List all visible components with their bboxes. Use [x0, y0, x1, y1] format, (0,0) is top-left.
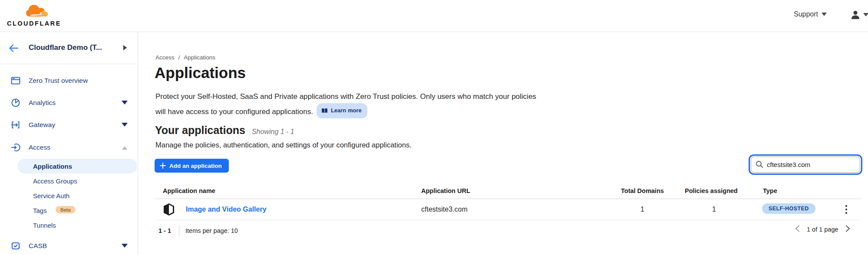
support-label: Support [794, 10, 818, 18]
user-icon [850, 10, 861, 20]
overview-icon [11, 76, 20, 85]
user-menu[interactable] [850, 10, 868, 20]
cloudflare-cloud-icon [25, 3, 50, 20]
table-header-row: Application name Application URL Total D… [155, 186, 861, 199]
sidebar-item-label: Gateway [29, 121, 55, 129]
sidebar-item-tunnels[interactable]: Tunnels [0, 218, 137, 232]
sidebar-item-access[interactable]: Access [0, 139, 137, 156]
page-title: Applications [155, 64, 246, 82]
applications-table: Application name Application URL Total D… [155, 186, 861, 220]
chevron-down-icon [122, 101, 128, 105]
zero-trust-dashboard: CLOUDFLARE Support Cloudflare Demo (T... [0, 0, 868, 255]
breadcrumb-applications[interactable]: Applications [184, 54, 215, 61]
breadcrumb-separator: / [178, 54, 180, 61]
section-title: Your applications [155, 124, 245, 137]
chevron-down-icon [122, 123, 128, 127]
sidebar-item-gateway[interactable]: Gateway [0, 116, 137, 134]
account-switcher[interactable]: Cloudflare Demo (T... [0, 32, 138, 64]
chevron-right-icon [123, 45, 127, 50]
chevron-right-icon [845, 225, 851, 232]
section-description: Manage the policies, authentication, and… [155, 141, 412, 149]
column-type: Type [763, 187, 777, 194]
column-total-domains: Total Domains [621, 187, 664, 194]
learn-more-label: Learn more [331, 104, 362, 117]
breadcrumb-access[interactable]: Access [155, 54, 175, 61]
next-page-button[interactable] [845, 224, 851, 234]
sidebar: Cloudflare Demo (T... Zero Trust overvie… [0, 32, 138, 255]
page-indicator: 1 of 1 page [807, 226, 838, 233]
gateway-icon [11, 120, 20, 130]
page-description: Protect your Self-Hosted, SaaS and Priva… [155, 90, 538, 118]
search-input[interactable] [751, 157, 860, 173]
search-box [751, 157, 860, 173]
chevron-left-icon [795, 225, 800, 232]
table-row: Image and Video Gallery cftestsite3.com … [155, 199, 861, 220]
access-icon [11, 143, 20, 152]
application-cube-icon [163, 203, 175, 216]
application-url: cftestsite3.com [421, 206, 468, 213]
plus-icon [160, 163, 166, 169]
chevron-down-icon [863, 13, 868, 16]
search-icon [756, 160, 763, 168]
sidebar-item-label: Access [29, 144, 50, 151]
section-header: Your applications Showing 1 - 1 [155, 124, 294, 137]
add-application-button[interactable]: Add an application [155, 159, 229, 173]
back-arrow-icon[interactable] [7, 42, 20, 55]
sidebar-item-applications[interactable]: Applications [17, 159, 137, 173]
learn-more-button[interactable]: Learn more [317, 103, 367, 118]
breadcrumb: Access / Applications [155, 54, 215, 61]
analytics-pie-icon [11, 98, 20, 108]
showing-count: Showing 1 - 1 [252, 128, 294, 136]
column-application-name: Application name [163, 187, 215, 194]
sidebar-item-label: Applications [33, 163, 72, 170]
main-content: Access / Applications Applications Prote… [138, 32, 868, 255]
column-policies-assigned: Policies assigned [685, 187, 738, 194]
pagination-left: 1 - 1 Items per page: 10 [158, 225, 238, 236]
pagination-divider [179, 225, 179, 236]
chevron-down-icon [122, 244, 128, 248]
sidebar-item-label: Tunnels [33, 222, 56, 229]
pagination-range: 1 - 1 [158, 227, 171, 234]
sidebar-item-service-auth[interactable]: Service Auth [0, 188, 137, 203]
cloudflare-wordmark: CLOUDFLARE [7, 20, 61, 27]
add-application-label: Add an application [169, 163, 222, 169]
row-actions-kebab-button[interactable] [841, 203, 852, 216]
support-menu[interactable]: Support [794, 10, 827, 18]
sidebar-item-access-groups[interactable]: Access Groups [0, 173, 137, 188]
column-application-url: Application URL [421, 187, 470, 194]
sidebar-item-label: Analytics [29, 99, 56, 107]
policies-assigned-value: 1 [712, 206, 716, 213]
topbar: CLOUDFLARE Support [0, 0, 868, 32]
sidebar-item-label: CASB [29, 242, 47, 250]
sidebar-item-label: Tags [33, 207, 47, 214]
beta-badge: Beta [56, 206, 76, 213]
type-badge: SELF-HOSTED [762, 203, 815, 214]
sidebar-item-casb[interactable]: CASB [0, 237, 137, 255]
sidebar-item-label: Service Auth [33, 192, 69, 199]
sidebar-item-label: Zero Trust overview [29, 77, 88, 85]
items-per-page: Items per page: 10 [185, 227, 238, 234]
book-icon [321, 108, 328, 114]
casb-icon [11, 241, 20, 251]
sidebar-item-label: Access Groups [33, 177, 77, 185]
sidebar-item-zero-trust-overview[interactable]: Zero Trust overview [0, 72, 137, 89]
sidebar-item-tags[interactable]: Tags Beta [0, 203, 137, 218]
application-name-link[interactable]: Image and Video Gallery [186, 206, 267, 213]
cloudflare-logo[interactable]: CLOUDFLARE [7, 3, 64, 29]
total-domains-value: 1 [640, 206, 644, 213]
account-name: Cloudflare Demo (T... [29, 43, 102, 52]
chevron-up-icon [122, 146, 127, 150]
sidebar-item-analytics[interactable]: Analytics [0, 94, 137, 111]
previous-page-button[interactable] [794, 224, 801, 234]
pagination-right: 1 of 1 page [794, 224, 851, 234]
chevron-down-icon [822, 13, 827, 16]
